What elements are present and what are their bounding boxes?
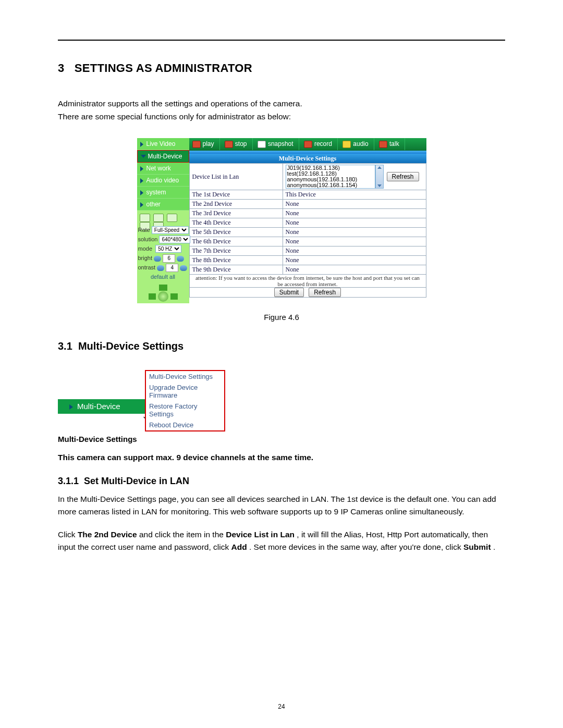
row-8-label[interactable]: The 8th Device <box>189 256 283 265</box>
talk-icon <box>379 141 387 148</box>
control-panel: Rate Full-Speed solution 640*480 mode 50… <box>137 211 189 303</box>
mode-select[interactable]: 50 HZ <box>155 245 181 253</box>
play-button[interactable]: play <box>189 138 220 150</box>
multi-device-submenu: Multi-Device Settings Upgrade Device Fir… <box>145 370 225 431</box>
multi-device-submenu-figure: Multi-Device ↘ Multi-Device Settings Upg… <box>58 370 225 422</box>
dpad-right-icon[interactable] <box>170 293 178 300</box>
submenu-item-reboot[interactable]: Reboot Device <box>146 419 224 430</box>
stop-icon <box>225 141 233 148</box>
toolbar: play stop snapshot record audio talk <box>189 138 426 151</box>
contrast-input[interactable] <box>166 264 178 272</box>
row-1-label[interactable]: The 1st Device <box>189 190 283 200</box>
submit-button[interactable]: Submit <box>274 288 304 297</box>
snapshot-icon <box>258 141 266 148</box>
paragraph-lan-2: Click The 2nd Device and click the item … <box>58 528 505 553</box>
device-list-cell: J019(192.168.1.136) test(192.168.1.128) … <box>283 164 426 190</box>
triangle-icon <box>140 190 143 195</box>
main-pane: play stop snapshot record audio talk Mul… <box>189 138 426 298</box>
settings-title: Multi-Device Settings <box>189 154 426 163</box>
sidebar-item-network[interactable]: Net work <box>137 163 189 175</box>
dpad-up-icon[interactable] <box>159 285 167 291</box>
contrast-minus[interactable] <box>157 265 164 271</box>
rate-select[interactable]: Full-Speed <box>152 226 189 234</box>
section-heading: 3 SETTINGS AS ADMINISTRATOR <box>58 61 505 75</box>
layout-circle-icon[interactable] <box>153 214 164 222</box>
snapshot-button[interactable]: snapshot <box>254 138 299 150</box>
triangle-icon <box>140 202 143 207</box>
row-8-value: None <box>283 256 426 265</box>
row-5-value: None <box>283 228 426 237</box>
refresh-list-button[interactable]: Refresh <box>387 172 419 181</box>
row-6-label[interactable]: The 6th Device <box>189 237 283 246</box>
paragraph-lan-1: In the Multi-Device Settings page, you c… <box>58 493 505 518</box>
mds-support-line: This camera can support max. 9 device ch… <box>58 453 505 462</box>
triangle-down-icon <box>141 155 146 158</box>
row-7-label[interactable]: The 7th Device <box>189 246 283 256</box>
triangle-icon <box>140 142 143 147</box>
mds-label: Multi-Device Settings <box>58 435 505 443</box>
intro-line-2: There are some special functions only fo… <box>58 111 505 122</box>
intro-line-1: Administrator supports all the settings … <box>58 98 505 109</box>
dpad-center-icon[interactable] <box>158 291 168 302</box>
resolution-select[interactable]: 640*480 <box>159 236 190 243</box>
subsubsection-heading: 3.1.1 Set Multi-Device in LAN <box>58 476 505 487</box>
device-list-box[interactable]: J019(192.168.1.136) test(192.168.1.128) … <box>286 165 375 189</box>
sidebar-item-live-video[interactable]: Live Video <box>137 138 189 150</box>
refresh-button[interactable]: Refresh <box>309 288 341 297</box>
row-3-value: None <box>283 209 426 218</box>
bright-minus[interactable] <box>154 256 161 262</box>
row-3-label[interactable]: The 3rd Device <box>189 209 283 218</box>
attention-note: attention: If you want to access the dev… <box>189 275 426 288</box>
ptz-dpad[interactable] <box>149 285 178 309</box>
bright-input[interactable] <box>163 254 175 263</box>
layout-4-icon[interactable] <box>167 214 177 222</box>
sidebar: Live Video Multi-Device Net work Audio v… <box>137 138 189 303</box>
multi-device-table: Device List in Lan J019(192.168.1.136) t… <box>189 163 426 298</box>
play-icon <box>192 141 201 148</box>
default-all-link[interactable]: default all <box>138 272 188 281</box>
triangle-icon <box>140 166 143 171</box>
audio-button[interactable]: audio <box>339 138 374 150</box>
screenshot-multi-device-settings: Live Video Multi-Device Net work Audio v… <box>137 138 426 303</box>
row-9-label[interactable]: The 9th Device <box>189 265 283 275</box>
record-icon <box>304 141 312 148</box>
record-button[interactable]: record <box>301 138 338 150</box>
figure-caption: Figure 4.6 <box>58 313 505 322</box>
contrast-plus[interactable] <box>180 265 187 271</box>
row-4-label[interactable]: The 4th Device <box>189 218 283 228</box>
submenu-item-restore[interactable]: Restore Factory Settings <box>146 401 224 419</box>
subsection-heading: 3.1 Multi-Device Settings <box>58 340 505 352</box>
sidebar-item-multi-device[interactable]: Multi-Device <box>137 150 189 163</box>
multi-device-bar[interactable]: Multi-Device <box>58 399 154 414</box>
row-9-value: None <box>283 265 426 275</box>
submenu-item-upgrade[interactable]: Upgrade Device Firmware <box>146 382 224 401</box>
sidebar-item-audio-video[interactable]: Audio video <box>137 175 189 187</box>
page-number: 24 <box>0 703 563 710</box>
list-scrollbar[interactable] <box>375 165 384 189</box>
triangle-icon <box>140 178 143 183</box>
row-2-label[interactable]: The 2nd Device <box>189 200 283 209</box>
row-2-value: None <box>283 200 426 209</box>
row-1-value: This Device <box>283 190 426 200</box>
talk-button[interactable]: talk <box>376 138 405 150</box>
row-4-value: None <box>283 218 426 228</box>
audio-icon <box>342 141 351 148</box>
submenu-item-settings[interactable]: Multi-Device Settings <box>146 371 224 382</box>
device-list-label: Device List in Lan <box>189 164 283 190</box>
triangle-icon <box>69 404 73 410</box>
row-6-value: None <box>283 237 426 246</box>
sidebar-item-other[interactable]: other <box>137 199 189 211</box>
dpad-left-icon[interactable] <box>149 293 156 300</box>
row-5-label[interactable]: The 5th Device <box>189 228 283 237</box>
sidebar-item-system[interactable]: system <box>137 187 189 199</box>
stop-button[interactable]: stop <box>222 138 253 150</box>
bright-plus[interactable] <box>177 256 184 262</box>
layout-1-icon[interactable] <box>140 214 150 222</box>
row-7-value: None <box>283 246 426 256</box>
